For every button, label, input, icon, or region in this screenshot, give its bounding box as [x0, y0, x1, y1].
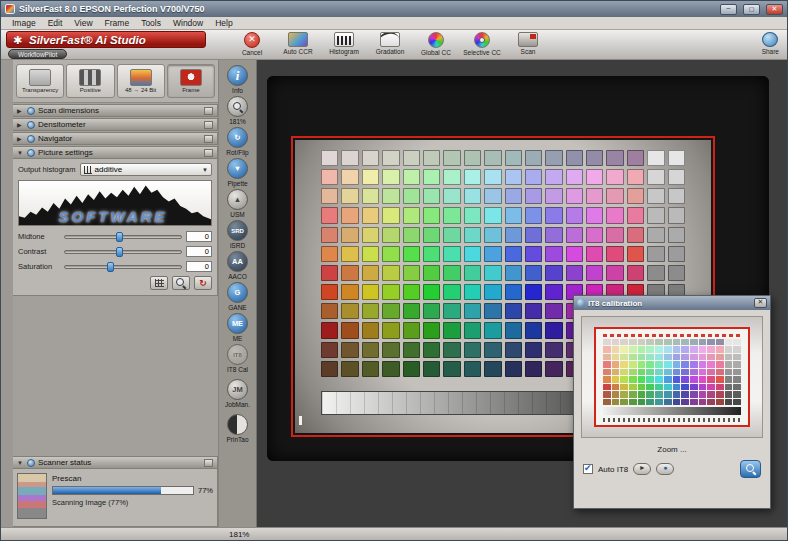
cancel-button[interactable]: Cancel — [231, 32, 273, 59]
main-toolbar: Cancel Auto CCR Histogram Gradation Glob… — [211, 30, 549, 59]
isrd-icon: SRD — [227, 220, 248, 241]
panel-detach-icon[interactable] — [204, 459, 213, 467]
reset-button[interactable] — [194, 276, 212, 290]
menu-edit[interactable]: Edit — [42, 18, 69, 28]
panel-densitometer[interactable]: Densitometer — [13, 118, 218, 131]
bit-depth-button[interactable]: 48 → 24 Bit — [117, 64, 165, 98]
midtone-value-input[interactable] — [186, 231, 212, 242]
registration-marks — [603, 334, 741, 337]
expert-grid-button[interactable] — [150, 276, 168, 290]
slider-handle[interactable] — [116, 247, 123, 257]
tool-pipette[interactable]: ▼ Pipette — [227, 158, 248, 187]
mini-it8-chart — [594, 327, 750, 427]
frame-marker — [299, 416, 302, 425]
expand-arrow-icon[interactable] — [17, 107, 24, 114]
status-bar: 181% — [1, 527, 787, 540]
gane-icon: G — [227, 282, 248, 303]
gradation-button[interactable]: Gradation — [369, 32, 411, 59]
frame-mode-button[interactable]: Frame — [167, 64, 215, 98]
dialog-zoom-button[interactable] — [740, 460, 761, 478]
panel-scanner-status[interactable]: Scanner status — [13, 456, 218, 469]
tool-zoom[interactable]: 181% — [227, 96, 248, 125]
scan-status-text: Scanning Image (77%) — [52, 498, 213, 507]
tool-rotate-flip[interactable]: ↻ Rot/Flip — [226, 127, 248, 156]
menu-view[interactable]: View — [68, 18, 98, 28]
dialog-controls: Auto IT8 — [581, 460, 763, 478]
maximize-button[interactable] — [743, 4, 760, 15]
auto-ccr-button[interactable]: Auto CCR — [277, 32, 319, 59]
menu-image[interactable]: Image — [6, 18, 42, 28]
panel-detach-icon[interactable] — [204, 107, 213, 115]
slider-handle[interactable] — [107, 262, 114, 272]
saturation-value-input[interactable] — [186, 261, 212, 272]
chevron-down-icon: ▼ — [202, 167, 208, 173]
tool-job-manager[interactable]: JM JobMan. — [225, 379, 250, 408]
menu-window[interactable]: Window — [167, 18, 209, 28]
panel-icon — [27, 149, 35, 157]
auto-ccr-icon — [288, 32, 308, 47]
histogram-mode-select[interactable]: additive ▼ — [80, 163, 212, 176]
window-title: SilverFast 8.0 EPSON Perfection V700/V75… — [19, 4, 714, 14]
workflow-pilot-button[interactable]: WorkflowPilot — [8, 49, 67, 59]
stop-button[interactable] — [656, 463, 674, 475]
scanner-icon — [518, 32, 538, 47]
menu-frame[interactable]: Frame — [99, 18, 136, 28]
saturation-slider[interactable] — [64, 265, 182, 269]
rotate-flip-icon: ↻ — [227, 127, 248, 148]
zoom-histogram-button[interactable] — [172, 276, 190, 290]
tool-info[interactable]: i Info — [227, 65, 248, 94]
expand-arrow-icon[interactable] — [17, 121, 24, 128]
share-icon — [762, 32, 778, 47]
positive-mode-button[interactable]: Positive — [66, 64, 114, 98]
tool-printao[interactable]: PrinTao — [226, 414, 248, 443]
collapse-arrow-icon[interactable] — [17, 460, 24, 466]
logo-text: SilverFast® Ai Studio — [29, 34, 146, 46]
panel-detach-icon[interactable] — [204, 135, 213, 143]
contrast-value-input[interactable] — [186, 246, 212, 257]
global-cc-button[interactable]: Global CC — [415, 32, 457, 59]
start-calibration-button[interactable] — [633, 463, 651, 475]
panel-picture-settings[interactable]: Picture settings — [13, 146, 218, 159]
menu-help[interactable]: Help — [209, 18, 238, 28]
histogram-icon — [334, 32, 354, 47]
panel-scan-dimensions[interactable]: Scan dimensions — [13, 104, 218, 117]
dialog-titlebar[interactable]: IT8 calibration — [574, 296, 770, 310]
saturation-row: Saturation — [18, 261, 212, 272]
histogram-button[interactable]: Histogram — [323, 32, 365, 59]
gradation-curve-icon — [380, 32, 400, 47]
progress-percent: 77% — [198, 486, 213, 495]
expand-arrow-icon[interactable] — [17, 135, 24, 142]
tool-isrd[interactable]: SRD iSRD — [227, 220, 248, 249]
transparency-mode-button[interactable]: Transparency — [16, 64, 64, 98]
tool-usm[interactable]: ▲ USM — [227, 189, 248, 218]
slider-handle[interactable] — [116, 232, 123, 242]
preview-area[interactable]: IT8 calibration Zoom ... — [257, 60, 787, 527]
tool-aaco[interactable]: AA AACO — [227, 251, 248, 280]
tool-it8-calibration[interactable]: IT8 IT8 Cal — [227, 344, 248, 373]
contrast-row: Contrast — [18, 246, 212, 257]
panel-detach-icon[interactable] — [204, 149, 213, 157]
panel-detach-icon[interactable] — [204, 121, 213, 129]
scan-mode-buttons: Transparency Positive 48 → 24 Bit Frame — [13, 60, 218, 103]
panel-navigator[interactable]: Navigator — [13, 132, 218, 145]
midtone-slider[interactable] — [64, 235, 182, 239]
selective-cc-button[interactable]: Selective CC — [461, 32, 503, 59]
zoom-level: 181% — [229, 530, 249, 539]
contrast-slider[interactable] — [64, 250, 182, 254]
tool-gane[interactable]: G GANE — [227, 282, 248, 311]
it8-calibration-dialog[interactable]: IT8 calibration Zoom ... — [573, 295, 771, 509]
dialog-title: IT8 calibration — [588, 299, 751, 308]
scan-button[interactable]: Scan — [507, 32, 549, 59]
magnifier-icon — [175, 277, 187, 289]
share-button[interactable]: Share — [762, 30, 779, 59]
dialog-close-button[interactable] — [754, 298, 767, 308]
close-button[interactable] — [766, 4, 783, 15]
menu-tools[interactable]: Tools — [135, 18, 167, 28]
title-bar[interactable]: SilverFast 8.0 EPSON Perfection V700/V75… — [1, 1, 787, 17]
auto-it8-checkbox[interactable] — [583, 464, 593, 474]
chart-caption-line — [603, 418, 741, 422]
collapse-arrow-icon[interactable] — [17, 150, 24, 156]
silverfast-logo: ✱ SilverFast® Ai Studio — [6, 31, 206, 48]
minimize-button[interactable] — [720, 4, 737, 15]
tool-multi-exposure[interactable]: ME ME — [227, 313, 248, 342]
